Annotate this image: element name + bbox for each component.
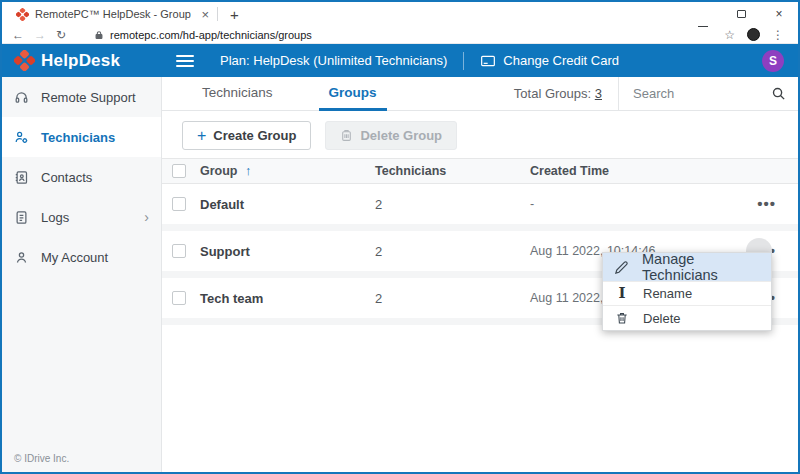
- sidebar-item-label: Technicians: [41, 130, 115, 145]
- total-groups-count: 3: [595, 86, 602, 101]
- address-bar[interactable]: remotepc.com/hd-app/technicians/groups: [76, 29, 714, 41]
- sidebar-item-contacts[interactable]: Contacts: [2, 157, 161, 197]
- user-avatar[interactable]: S: [762, 50, 784, 72]
- row-spacer: [162, 224, 798, 231]
- sidebar-item-remote-support[interactable]: Remote Support: [2, 77, 161, 117]
- sidebar-item-technicians[interactable]: Technicians: [2, 117, 161, 157]
- sidebar-item-label: Logs: [41, 210, 69, 225]
- close-window-button[interactable]: ×: [760, 2, 798, 26]
- browser-navbar: ← → ↻ remotepc.com/hd-app/technicians/gr…: [2, 26, 798, 44]
- helpdesk-logo: HelpDesk: [2, 50, 162, 71]
- menu-icon[interactable]: [176, 52, 194, 70]
- group-name: Support: [200, 244, 375, 259]
- browser-tab[interactable]: RemotePC™ HelpDesk - Groups ×: [2, 2, 217, 26]
- logs-icon: [14, 210, 29, 225]
- table-header: Group ↑ Technicians Created Time: [162, 158, 798, 184]
- page-tabs: Technicians Groups Total Groups: 3: [162, 77, 798, 111]
- menu-item-delete[interactable]: Delete: [603, 306, 771, 330]
- column-header-group[interactable]: Group ↑: [200, 164, 375, 178]
- maximize-button[interactable]: [722, 2, 760, 26]
- technician-count: 2: [375, 197, 530, 212]
- text-cursor-icon: I: [613, 286, 631, 301]
- plus-icon: +: [197, 127, 206, 145]
- column-header-technicians: Technicians: [375, 164, 530, 178]
- row-menu-ellipsis-icon[interactable]: •••: [757, 199, 776, 209]
- menu-item-label: Manage Technicians: [642, 251, 761, 283]
- sidebar-item-label: Contacts: [41, 170, 92, 185]
- total-groups: Total Groups: 3: [514, 86, 602, 101]
- delete-group-label: Delete Group: [360, 128, 442, 143]
- window-controls: ×: [684, 2, 798, 26]
- trash-icon: [613, 311, 631, 325]
- search-box: [633, 86, 798, 101]
- search-input[interactable]: [633, 86, 763, 101]
- helpdesk-logo-icon: [14, 50, 35, 71]
- sidebar-item-logs[interactable]: Logs ›: [2, 197, 161, 237]
- lock-icon: [94, 30, 104, 40]
- back-icon[interactable]: ←: [12, 26, 24, 44]
- reload-icon[interactable]: ↻: [56, 26, 66, 44]
- browser-tabstrip: RemotePC™ HelpDesk - Groups × + ×: [2, 2, 798, 26]
- group-name: Default: [200, 197, 375, 212]
- technician-count: 2: [375, 244, 530, 259]
- menu-item-label: Rename: [643, 286, 692, 301]
- tab-groups[interactable]: Groups: [323, 77, 383, 111]
- menu-item-label: Delete: [643, 311, 681, 326]
- user-icon: [14, 250, 29, 265]
- column-header-created-time: Created Time: [530, 164, 730, 178]
- plan-label: Plan: HelpDesk (Unlimited Technicians): [220, 53, 447, 68]
- create-group-label: Create Group: [213, 128, 296, 143]
- browser-menu-icon[interactable]: ⋮: [772, 26, 784, 44]
- menu-item-manage-technicians[interactable]: Manage Technicians: [603, 253, 771, 282]
- pen-icon: [613, 259, 630, 276]
- change-credit-card-label: Change Credit Card: [503, 53, 619, 68]
- brand-name: HelpDesk: [41, 51, 120, 71]
- select-all-checkbox[interactable]: [172, 164, 186, 178]
- tab-close-icon[interactable]: ×: [201, 7, 209, 22]
- bookmark-star-icon[interactable]: ☆: [724, 26, 735, 44]
- group-actions: + Create Group Delete Group: [162, 111, 798, 158]
- copyright: © IDrive Inc.: [14, 453, 69, 464]
- row-checkbox[interactable]: [172, 244, 186, 258]
- app-header: HelpDesk Plan: HelpDesk (Unlimited Techn…: [2, 44, 798, 77]
- toolbar-divider: [618, 77, 619, 111]
- technicians-icon: [14, 130, 29, 145]
- credit-card-icon: [480, 53, 496, 69]
- forward-icon[interactable]: →: [34, 26, 46, 44]
- create-group-button[interactable]: + Create Group: [182, 121, 311, 150]
- browser-window: RemotePC™ HelpDesk - Groups × + × ← → ↻ …: [0, 0, 800, 474]
- helpdesk-favicon: [16, 8, 29, 21]
- navbar-right: ☆ ⋮: [724, 26, 788, 44]
- technician-count: 2: [375, 291, 530, 306]
- chevron-right-icon: ›: [144, 209, 149, 225]
- headset-icon: [14, 90, 29, 105]
- tab-technicians[interactable]: Technicians: [196, 77, 279, 111]
- new-tab-button[interactable]: +: [218, 6, 251, 23]
- sidebar-item-label: My Account: [41, 250, 108, 265]
- group-name: Tech team: [200, 291, 375, 306]
- created-time: -: [530, 197, 730, 211]
- tab-title: RemotePC™ HelpDesk - Groups: [35, 8, 191, 20]
- header-divider: [463, 52, 464, 70]
- total-groups-label: Total Groups:: [514, 86, 591, 101]
- search-icon[interactable]: [771, 86, 786, 101]
- sort-asc-icon: ↑: [245, 164, 251, 178]
- sidebar-item-my-account[interactable]: My Account: [2, 237, 161, 277]
- chrome-profile-icon[interactable]: [747, 28, 760, 41]
- change-credit-card-button[interactable]: Change Credit Card: [480, 53, 619, 69]
- trash-icon: [340, 129, 353, 142]
- delete-group-button[interactable]: Delete Group: [325, 121, 457, 150]
- sidebar: Remote Support Technicians: [2, 77, 162, 472]
- sidebar-item-label: Remote Support: [41, 90, 136, 105]
- table-row[interactable]: Default 2 - •••: [162, 184, 798, 224]
- row-checkbox[interactable]: [172, 197, 186, 211]
- url-text: remotepc.com/hd-app/technicians/groups: [110, 29, 312, 41]
- row-context-menu: Manage Technicians I Rename Delete: [602, 252, 772, 331]
- menu-item-rename[interactable]: I Rename: [603, 282, 771, 306]
- row-checkbox[interactable]: [172, 291, 186, 305]
- contacts-icon: [14, 170, 29, 185]
